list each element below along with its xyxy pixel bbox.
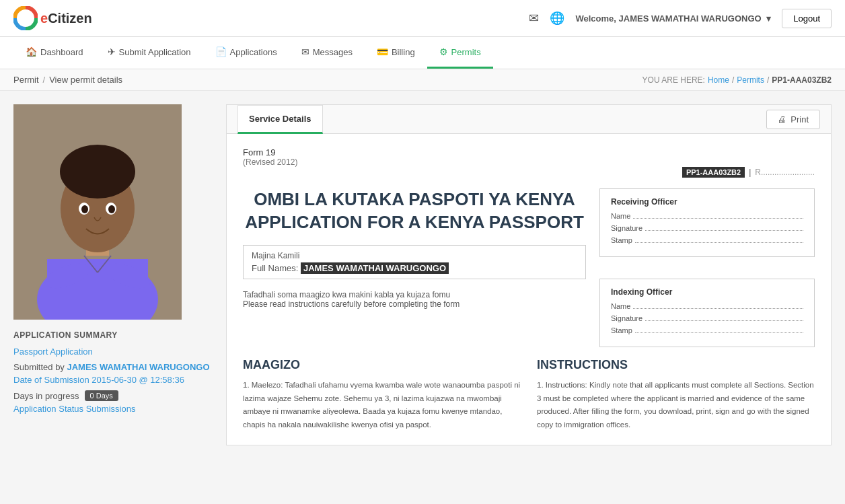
- nav-dashboard[interactable]: 🏠 Dashboard: [13, 37, 96, 69]
- breadcrumb-permits[interactable]: Permits: [737, 75, 764, 85]
- signature-field-row: Signature: [611, 224, 803, 232]
- instructions-text: 1. Instructions: Kindly note that all ap…: [537, 379, 815, 431]
- breadcrumb-sep3: /: [767, 75, 769, 85]
- form-header-row: OMBI LA KUTAKA PASPOTI YA KENYA APPLICAT…: [243, 188, 815, 347]
- full-names-box: Majina Kamili Full Names: JAMES WAMATHAI…: [243, 245, 586, 279]
- status-value: Submissions: [86, 404, 136, 414]
- topbar: eCitizen ✉ 🌐 Welcome, JAMES WAMATHAI WAR…: [0, 0, 845, 37]
- maagizo-heading: MAAGIZO: [243, 358, 521, 372]
- maagizo-text: 1. Maelezo: Tafadhali ufahamu vyema kwam…: [243, 379, 521, 431]
- main-layout: APPLICATION SUMMARY Passport Application…: [0, 91, 845, 459]
- logo-icon: [13, 6, 38, 30]
- dashboard-icon: 🏠: [26, 46, 37, 57]
- form-title-section: OMBI LA KUTAKA PASPOTI YA KENYA APPLICAT…: [243, 188, 586, 309]
- full-names-sublabel: Full Names: JAMES WAMATHAI WARUGONGO: [252, 263, 577, 273]
- days-row: Days in progress 0 Days: [13, 390, 215, 401]
- you-are-here-label: YOU ARE HERE:: [642, 75, 705, 85]
- sidebar: APPLICATION SUMMARY Passport Application…: [13, 104, 215, 414]
- svg-point-9: [60, 145, 135, 199]
- form-title: OMBI LA KUTAKA PASPOTI YA KENYA APPLICAT…: [243, 188, 586, 234]
- permits-icon: ⚙: [439, 46, 448, 57]
- breadcrumb-current: PP1-AAA03ZB2: [772, 75, 832, 85]
- app-type-link[interactable]: Passport Application: [13, 347, 215, 357]
- date-value: 2015-06-30 @ 12:58:36: [91, 375, 184, 385]
- globe-icon[interactable]: 🌐: [550, 11, 564, 26]
- receiving-officer-box: Receiving Officer Name Signature Stamp: [599, 188, 815, 257]
- breadcrumb-bar: Permit / View permit details YOU ARE HER…: [0, 69, 845, 91]
- form-content: Form 19 (Revised 2012) PP1-AAA03ZB2 | R.…: [227, 134, 831, 445]
- nav-billing[interactable]: 💳 Billing: [365, 37, 427, 69]
- logo: eCitizen: [13, 6, 92, 30]
- breadcrumb-home[interactable]: Home: [708, 75, 729, 85]
- nav-applications[interactable]: 📄 Applications: [203, 37, 289, 69]
- svg-point-12: [81, 205, 88, 213]
- svg-point-13: [108, 205, 115, 213]
- instructions-section: INSTRUCTIONS 1. Instructions: Kindly not…: [537, 358, 815, 431]
- form-revised: (Revised 2012): [243, 157, 815, 167]
- messages-icon[interactable]: ✉: [529, 11, 539, 26]
- topbar-right: ✉ 🌐 Welcome, JAMES WAMATHAI WARUGONGO ▾ …: [529, 9, 832, 28]
- person-photo-svg: [13, 104, 182, 320]
- full-names-label: Majina Kamili: [252, 251, 577, 260]
- officer-boxes: Receiving Officer Name Signature Stamp: [599, 188, 815, 347]
- nav-messages-icon: ✉: [301, 46, 309, 57]
- ref-dots: R........................: [755, 168, 815, 177]
- ref-row: PP1-AAA03ZB2 | R........................: [243, 167, 815, 178]
- instructions-heading: INSTRUCTIONS: [537, 358, 815, 372]
- logo-text: eCitizen: [40, 11, 92, 26]
- logout-button[interactable]: Logout: [782, 9, 832, 28]
- indexing-officer-title: Indexing Officer: [611, 287, 803, 297]
- nav-dashboard-label: Dashboard: [40, 47, 83, 57]
- nav-billing-label: Billing: [392, 47, 415, 57]
- status-row: Application Status Submissions: [13, 404, 215, 414]
- breadcrumb-right: YOU ARE HERE: Home / Permits / PP1-AAA03…: [642, 75, 832, 85]
- form-number: Form 19: [243, 147, 815, 157]
- submit-icon: ✈: [108, 46, 116, 57]
- app-summary: APPLICATION SUMMARY Passport Application…: [13, 330, 215, 414]
- indexing-signature-row: Signature: [611, 314, 803, 322]
- date-row: Date of Submission 2015-06-30 @ 12:58:36: [13, 375, 215, 385]
- stamp-field-row: Stamp: [611, 236, 803, 244]
- submitted-by-row: Submitted by JAMES WAMATHAI WARUGONGO: [13, 362, 215, 372]
- nav-submit-application[interactable]: ✈ Submit Application: [96, 37, 203, 69]
- nav-applications-label: Applications: [230, 47, 277, 57]
- print-button[interactable]: 🖨 Print: [766, 110, 820, 129]
- submitted-by-name[interactable]: JAMES WAMATHAI WARUGONGO: [67, 362, 210, 372]
- breadcrumb-permit[interactable]: Permit: [13, 75, 39, 85]
- breadcrumb-sep2: /: [732, 75, 734, 85]
- nav-permits[interactable]: ⚙ Permits: [427, 37, 493, 69]
- nav-messages-label: Messages: [313, 47, 353, 57]
- content-panel: Service Details 🖨 Print Form 19 (Revised…: [226, 104, 832, 445]
- maagizo-section: MAAGIZO 1. Maelezo: Tafadhali ufahamu vy…: [243, 358, 521, 431]
- days-badge: 0 Days: [85, 390, 118, 401]
- tabs-bar: Service Details 🖨 Print: [227, 105, 831, 134]
- breadcrumb-sep1: /: [43, 75, 46, 85]
- indexing-name-row: Name: [611, 302, 803, 310]
- nav-permits-label: Permits: [451, 47, 481, 57]
- full-names-value: JAMES WAMATHAI WARUGONGO: [301, 262, 449, 274]
- breadcrumb-view-permit: View permit details: [49, 75, 122, 85]
- tab-service-details[interactable]: Service Details: [237, 105, 323, 134]
- applicant-photo: [13, 104, 182, 320]
- read-instructions: Tafadhali soma maagizo kwa makini kabla …: [243, 290, 586, 309]
- applications-icon: 📄: [215, 46, 227, 57]
- name-field-row: Name: [611, 212, 803, 220]
- indexing-officer-box: Indexing Officer Name Signature Stamp: [599, 279, 815, 347]
- receiving-officer-title: Receiving Officer: [611, 197, 803, 207]
- ref-code: PP1-AAA03ZB2: [682, 167, 745, 178]
- navbar: 🏠 Dashboard ✈ Submit Application 📄 Appli…: [0, 37, 845, 69]
- indexing-stamp-row: Stamp: [611, 326, 803, 334]
- nav-messages[interactable]: ✉ Messages: [289, 37, 365, 69]
- breadcrumb-left: Permit / View permit details: [13, 75, 122, 85]
- app-summary-title: APPLICATION SUMMARY: [13, 330, 215, 340]
- split-section: MAAGIZO 1. Maelezo: Tafadhali ufahamu vy…: [243, 358, 815, 431]
- topbar-left: eCitizen: [13, 6, 92, 30]
- welcome-text: Welcome, JAMES WAMATHAI WARUGONGO ▾: [575, 13, 771, 24]
- nav-submit-label: Submit Application: [119, 47, 191, 57]
- printer-icon: 🖨: [778, 114, 786, 124]
- billing-icon: 💳: [377, 46, 388, 57]
